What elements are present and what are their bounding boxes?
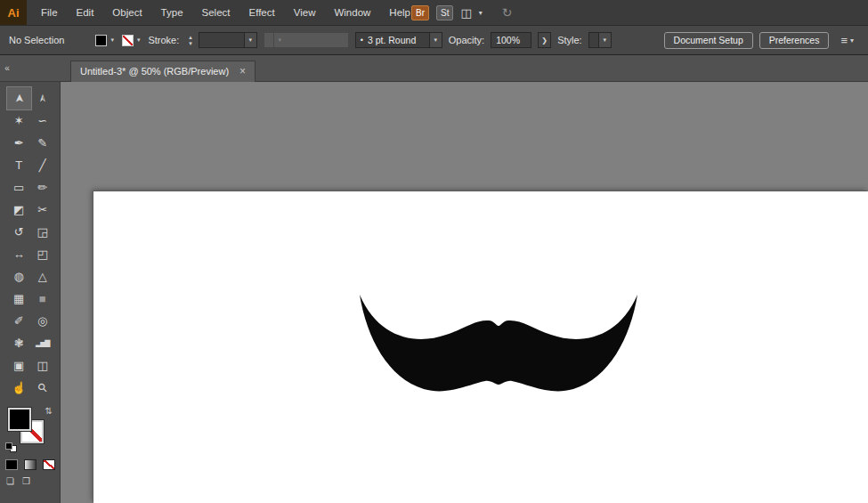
document-setup-button[interactable]: Document Setup [664, 32, 753, 49]
brush-preview-icon: • [361, 36, 363, 45]
menu-object[interactable]: Object [112, 7, 142, 18]
preferences-button[interactable]: Preferences [759, 32, 830, 49]
slice-tool[interactable]: ◫ [31, 354, 55, 377]
chevron-down-icon[interactable]: ▾ [850, 37, 854, 45]
symbol-sprayer-tool[interactable]: ❃ [7, 332, 31, 354]
none-button[interactable] [43, 459, 55, 470]
style-combo[interactable]: ▾ [588, 32, 612, 48]
menu-bar: Ai File Edit Object Type Select Effect V… [0, 0, 868, 25]
draw-behind-icon[interactable]: ❐ [22, 476, 30, 486]
canvas-area[interactable] [61, 82, 868, 503]
stepper-up-icon[interactable]: ▴ [189, 34, 192, 40]
fill-color-control[interactable]: ▾ [95, 35, 116, 46]
stroke-label: Stroke: [148, 35, 179, 45]
menu-view[interactable]: View [294, 7, 316, 18]
mustache-path [360, 295, 637, 391]
arrange-documents-icon[interactable]: ◫ [460, 6, 471, 20]
variable-width-combo: ▾ [264, 32, 349, 48]
align-options[interactable]: ≡ ▾ [840, 34, 854, 47]
menu-type[interactable]: Type [161, 7, 183, 18]
chevron-down-icon[interactable]: ▾ [429, 33, 442, 47]
fill-swatch[interactable] [8, 408, 31, 431]
stroke-color-control[interactable]: ▾ [122, 35, 142, 46]
stroke-weight-stepper[interactable]: ▴ ▾ [189, 34, 192, 46]
align-icon[interactable]: ≡ [840, 34, 848, 47]
paintbrush-tool[interactable]: ✎ [31, 132, 55, 154]
menu-edit[interactable]: Edit [77, 7, 94, 18]
pencil-tool[interactable]: ✏ [31, 176, 55, 199]
eyedropper-tool[interactable]: ✐ [7, 310, 31, 332]
shape-builder-tool[interactable]: ◍ [7, 265, 31, 288]
chevron-down-icon[interactable]: ▾ [479, 9, 483, 17]
eraser-tool[interactable]: ◩ [7, 199, 31, 221]
zoom-tool[interactable]: ⚲ [31, 377, 55, 399]
menu-help[interactable]: Help [389, 7, 410, 18]
main-area: ➤ ➣ ✶ ∽ ✒ ✎ T ╱ ▭ ✏ ◩ ✂ ↺ ◲ ↔ ◰ ◍ △ ▦ ■ [0, 82, 868, 503]
direct-selection-tool-icon: ➣ [36, 93, 49, 103]
bridge-button[interactable]: Br [411, 5, 429, 20]
brush-definition-combo[interactable]: • 3 pt. Round ▾ [355, 32, 442, 48]
menu-select[interactable]: Select [202, 7, 231, 18]
control-bar: No Selection ▾ ▾ Stroke: ▴ ▾ ▾ ▾ • 3 pt.… [0, 25, 868, 55]
tools-grid: ➤ ➣ ✶ ∽ ✒ ✎ T ╱ ▭ ✏ ◩ ✂ ↺ ◲ ↔ ◰ ◍ △ ▦ ■ [0, 82, 60, 399]
variable-width-value [264, 33, 273, 47]
stroke-none-swatch-icon[interactable] [122, 35, 134, 46]
direct-selection-tool[interactable]: ➣ [31, 87, 55, 110]
stroke-weight-combo[interactable]: ▾ [199, 32, 257, 48]
rectangle-tool[interactable]: ▭ [7, 176, 31, 199]
chevron-down-icon[interactable]: ▾ [244, 33, 256, 47]
mesh-tool[interactable]: ▦ [7, 288, 31, 310]
selection-tool[interactable]: ➤ [7, 87, 31, 110]
color-button[interactable] [5, 459, 18, 470]
collapse-panel-button[interactable]: « [0, 63, 14, 73]
brush-name: 3 pt. Round [368, 35, 416, 45]
fill-swatch-icon[interactable] [95, 35, 107, 46]
lasso-tool[interactable]: ∽ [31, 110, 55, 132]
scale-tool[interactable]: ◲ [31, 221, 55, 243]
magic-wand-tool[interactable]: ✶ [7, 110, 31, 132]
opacity-input[interactable]: 100% [491, 32, 531, 48]
chevron-down-icon: ▾ [273, 33, 286, 47]
free-transform-tool[interactable]: ◰ [31, 243, 55, 265]
gradient-button[interactable] [24, 459, 37, 470]
default-fill-chip [5, 442, 12, 450]
document-tab[interactable]: Untitled-3* @ 50% (RGB/Preview) × [70, 61, 256, 82]
chevron-down-icon[interactable]: ▾ [598, 33, 611, 47]
gradient-tool[interactable]: ■ [31, 288, 55, 310]
blend-tool[interactable]: ◎ [31, 310, 55, 332]
selection-status: No Selection [9, 35, 64, 45]
opacity-label: Opacity: [449, 35, 484, 45]
zoom-tool-icon: ⚲ [35, 380, 50, 395]
app-logo[interactable]: Ai [0, 0, 27, 25]
column-graph-tool[interactable]: ▂▅▇ [31, 332, 55, 354]
menu-window[interactable]: Window [334, 7, 370, 18]
chevron-down-icon[interactable]: ▾ [135, 35, 142, 45]
artboard[interactable] [93, 191, 868, 503]
artboard-tool[interactable]: ▣ [7, 354, 31, 377]
mustache-shape[interactable] [359, 292, 638, 394]
menu-file[interactable]: File [41, 7, 58, 18]
tools-panel: ➤ ➣ ✶ ∽ ✒ ✎ T ╱ ▭ ✏ ◩ ✂ ↺ ◲ ↔ ◰ ◍ △ ▦ ■ [0, 82, 61, 503]
selection-tool-icon: ➤ [12, 93, 26, 103]
stroke-weight-value [199, 33, 244, 47]
menu-effect[interactable]: Effect [249, 7, 275, 18]
swap-fill-stroke-icon[interactable]: ⇅ [45, 406, 53, 416]
app-bar-right: Br St ◫ ▾ ↻ [411, 0, 513, 25]
stock-button[interactable]: St [436, 5, 453, 20]
opacity-flyout-button[interactable]: ❯ [538, 32, 551, 48]
chevron-down-icon[interactable]: ▾ [109, 35, 116, 45]
pen-tool[interactable]: ✒ [7, 132, 31, 154]
stepper-down-icon[interactable]: ▾ [189, 40, 192, 46]
style-value [589, 33, 598, 47]
perspective-grid-tool[interactable]: △ [31, 265, 55, 288]
brush-definition-value: • 3 pt. Round [356, 33, 429, 47]
type-tool[interactable]: T [7, 154, 31, 176]
close-icon[interactable]: × [239, 65, 246, 77]
draw-normal-icon[interactable]: ❏ [6, 476, 14, 486]
default-fill-stroke-icon[interactable] [5, 442, 17, 452]
line-segment-tool[interactable]: ╱ [31, 154, 55, 176]
rotate-tool[interactable]: ↺ [7, 221, 31, 243]
hand-tool[interactable]: ☝ [7, 377, 31, 399]
scissors-tool[interactable]: ✂ [31, 199, 55, 221]
width-tool[interactable]: ↔ [7, 243, 31, 265]
